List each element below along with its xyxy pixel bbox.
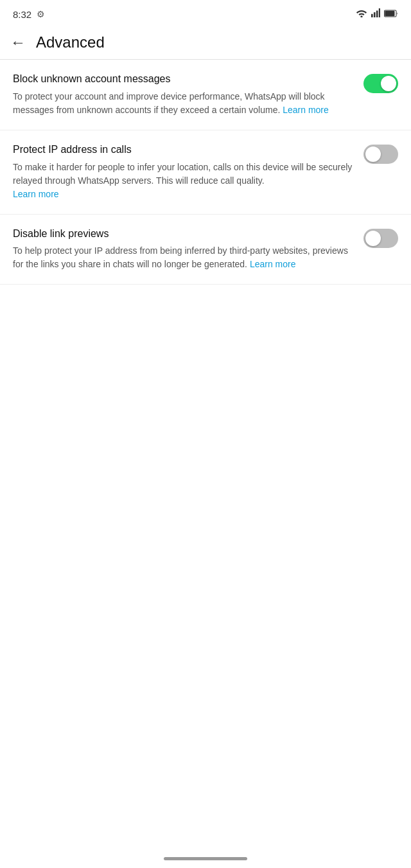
toggle-thumb-disable-link-previews <box>365 231 381 246</box>
toggle-disable-link-previews[interactable] <box>363 229 398 248</box>
toggle-container-block-unknown[interactable] <box>363 74 398 93</box>
svg-rect-4 <box>379 8 380 17</box>
time-display: 8:32 <box>13 9 31 20</box>
status-bar: 8:32 ⚙ <box>0 0 411 28</box>
toggle-container-disable-link-previews[interactable] <box>363 229 398 248</box>
setting-title-protect-ip: Protect IP address in calls <box>13 143 353 157</box>
setting-item-block-unknown: Block unknown account messages To protec… <box>0 60 411 130</box>
battery-icon <box>384 8 398 20</box>
toolbar: ← Advanced <box>0 28 411 59</box>
setting-desc-block-unknown: To protect your account and improve devi… <box>13 90 353 117</box>
svg-rect-1 <box>371 14 373 17</box>
setting-desc-disable-link-previews: To help protect your IP address from bei… <box>13 244 353 271</box>
svg-rect-6 <box>385 11 394 16</box>
learn-more-link-block-unknown[interactable]: Learn more <box>283 105 329 115</box>
home-indicator <box>164 857 247 860</box>
learn-more-link-protect-ip[interactable]: Learn more <box>13 189 59 199</box>
setting-title-disable-link-previews: Disable link previews <box>13 227 353 241</box>
setting-item-protect-ip: Protect IP address in calls To make it h… <box>0 130 411 215</box>
svg-rect-3 <box>376 11 378 18</box>
setting-text-disable-link-previews: Disable link previews To help protect yo… <box>13 227 363 272</box>
status-icons <box>356 8 398 20</box>
settings-gear-icon: ⚙ <box>37 9 45 19</box>
toggle-thumb-block-unknown <box>381 76 396 91</box>
toggle-container-protect-ip[interactable] <box>363 145 398 164</box>
wifi-icon <box>356 8 367 20</box>
settings-list: Block unknown account messages To protec… <box>0 60 411 285</box>
svg-point-0 <box>360 15 362 17</box>
setting-title-block-unknown: Block unknown account messages <box>13 73 353 86</box>
learn-more-link-disable-link-previews[interactable]: Learn more <box>250 259 296 269</box>
toggle-thumb-protect-ip <box>365 146 381 162</box>
setting-item-disable-link-previews: Disable link previews To help protect yo… <box>0 215 411 285</box>
svg-rect-2 <box>374 12 376 17</box>
toggle-block-unknown[interactable] <box>363 74 398 93</box>
back-button[interactable]: ← <box>10 35 26 50</box>
toggle-protect-ip[interactable] <box>363 145 398 164</box>
status-left: 8:32 ⚙ <box>13 9 45 20</box>
setting-text-block-unknown: Block unknown account messages To protec… <box>13 73 363 117</box>
setting-desc-protect-ip: To make it harder for people to infer yo… <box>13 161 353 201</box>
page-title: Advanced <box>36 33 105 51</box>
setting-text-protect-ip: Protect IP address in calls To make it h… <box>13 143 363 201</box>
signal-icon <box>371 8 380 20</box>
